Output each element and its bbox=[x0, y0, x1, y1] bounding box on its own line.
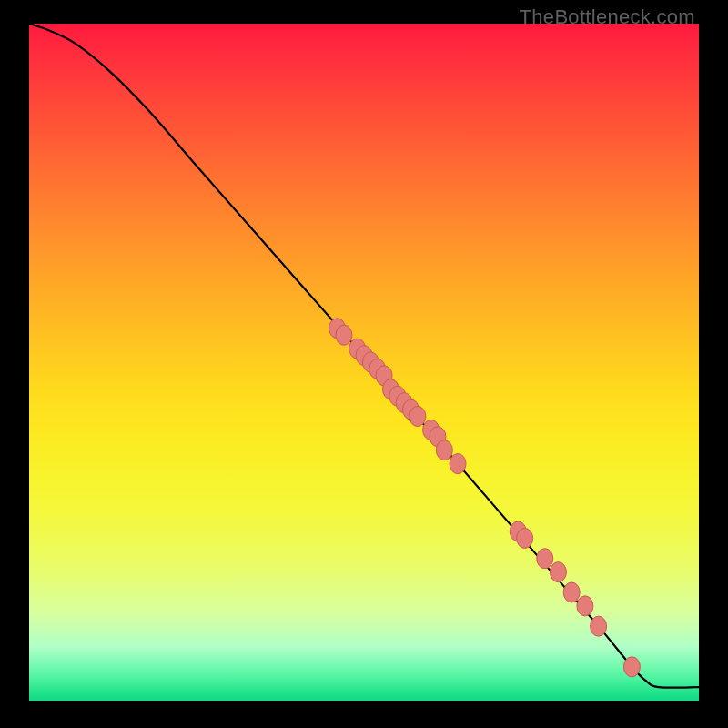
scatter-points bbox=[329, 318, 641, 677]
data-point bbox=[563, 582, 580, 602]
chart-frame: TheBottleneck.com bbox=[0, 0, 728, 728]
data-point bbox=[436, 440, 452, 460]
data-point bbox=[591, 616, 607, 636]
watermark-text: TheBottleneck.com bbox=[520, 5, 695, 29]
plot-area bbox=[29, 24, 699, 701]
data-point bbox=[537, 549, 553, 569]
data-point bbox=[410, 407, 426, 427]
data-point bbox=[336, 325, 352, 345]
data-point bbox=[450, 454, 466, 474]
chart-svg bbox=[29, 24, 699, 701]
data-point bbox=[550, 562, 566, 582]
data-point bbox=[517, 528, 533, 548]
data-point bbox=[623, 657, 640, 677]
data-point bbox=[577, 596, 593, 616]
